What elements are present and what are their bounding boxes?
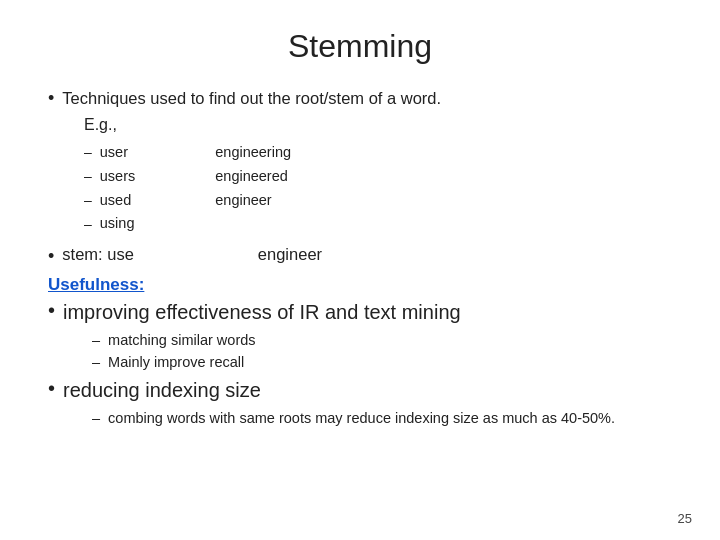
stem-line-container: • stem: use engineer <box>48 245 672 267</box>
word-engineered-text: engineered <box>215 166 288 188</box>
sub-item-combing-text: combing words with same roots may reduce… <box>108 408 615 430</box>
bullet-1-text: Techniques used to find out the root/ste… <box>62 89 441 107</box>
sub-item-matching-text: matching similar words <box>108 330 255 352</box>
word-user-text: user <box>100 142 128 164</box>
word-col-right: engineering engineered engineer <box>215 142 291 235</box>
sub-dash-2: – <box>92 352 100 374</box>
slide-title: Stemming <box>48 28 672 65</box>
bullet-2-text: improving effectiveness of IR and text m… <box>63 299 461 326</box>
word-engineering-text: engineering <box>215 142 291 164</box>
bullet-dot-3: • <box>48 377 55 400</box>
word-engineering: engineering <box>215 142 291 164</box>
bullet-3: • reducing indexing size <box>48 377 672 404</box>
word-used-text: used <box>100 190 131 212</box>
usefulness-section: Usefulness: • improving effectiveness of… <box>48 275 672 429</box>
bullet-3-text: reducing indexing size <box>63 377 261 404</box>
sub-dash-3: – <box>92 408 100 430</box>
eg-label: E.g., <box>84 116 117 133</box>
stem-prefix: stem: use <box>62 245 134 264</box>
dash-3: – <box>84 190 92 211</box>
page-number: 25 <box>678 511 692 526</box>
word-using: – using <box>84 213 135 235</box>
dash-1: – <box>84 142 92 163</box>
word-columns: – user – users – used – using engineerin… <box>84 142 672 235</box>
word-engineer: engineer <box>215 190 291 212</box>
eg-indent: E.g., <box>84 116 672 134</box>
bullet-dot-2: • <box>48 299 55 322</box>
bullet-1: • Techniques used to find out the root/s… <box>48 87 672 110</box>
word-used: – used <box>84 190 135 212</box>
bullet-2: • improving effectiveness of IR and text… <box>48 299 672 326</box>
word-engineer-text: engineer <box>215 190 271 212</box>
bullet-dot-1: • <box>48 88 54 109</box>
usefulness-heading: Usefulness: <box>48 275 672 295</box>
sub-dash-1: – <box>92 330 100 352</box>
sub-item-recall-text: Mainly improve recall <box>108 352 244 374</box>
slide: Stemming • Techniques used to find out t… <box>0 0 720 540</box>
sub-item-matching: – matching similar words <box>92 330 672 352</box>
sub-item-recall: – Mainly improve recall <box>92 352 672 374</box>
word-users-text: users <box>100 166 135 188</box>
bullet-dot-stem: • <box>48 246 54 267</box>
stem-result: engineer <box>258 245 322 264</box>
word-col-left: – user – users – used – using <box>84 142 135 235</box>
word-engineered: engineered <box>215 166 291 188</box>
dash-4: – <box>84 214 92 235</box>
sub-item-combing: – combing words with same roots may redu… <box>92 408 672 430</box>
dash-2: – <box>84 166 92 187</box>
word-user: – user <box>84 142 135 164</box>
word-using-text: using <box>100 213 135 235</box>
word-users: – users <box>84 166 135 188</box>
